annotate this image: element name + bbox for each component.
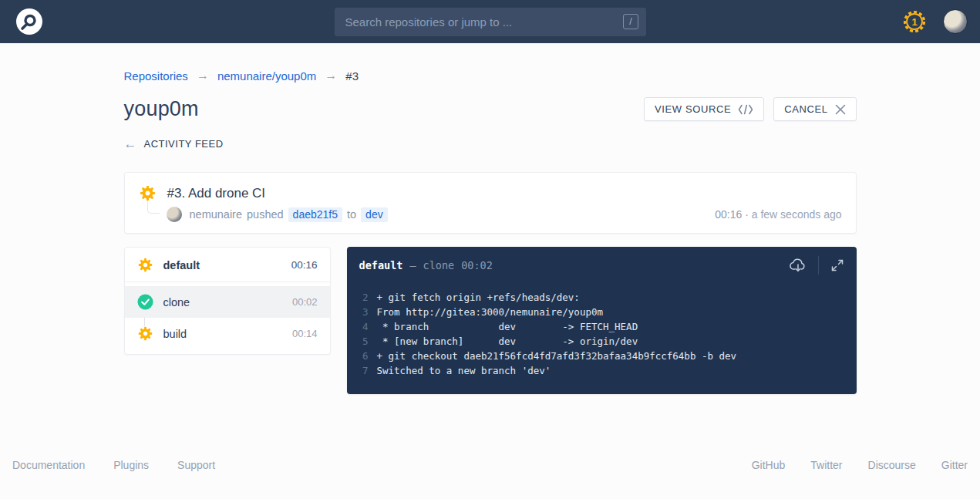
- console-header: default — clone 00:02: [347, 247, 857, 283]
- code-icon: [738, 104, 753, 115]
- global-search: /: [335, 8, 646, 36]
- fullscreen-icon[interactable]: [829, 257, 846, 274]
- main-content: Repositories → nemunaire/youp0m → #3 you…: [124, 43, 857, 394]
- log-line: 2 + git fetch origin +refs/heads/dev:: [359, 290, 844, 305]
- breadcrumb: Repositories → nemunaire/youp0m → #3: [124, 69, 857, 83]
- footer-link-twitter[interactable]: Twitter: [810, 459, 842, 471]
- stage-duration: 00:16: [291, 259, 318, 271]
- console-dash: —: [409, 259, 416, 271]
- activity-feed-link[interactable]: ← ACTIVITY FEED: [124, 137, 857, 150]
- console-log[interactable]: 2 + git fetch origin +refs/heads/dev: 3 …: [347, 283, 857, 394]
- footer-link-plugins[interactable]: Plugins: [113, 459, 149, 471]
- stage-steps-panel: default 00:16 clone 00:02: [124, 247, 331, 355]
- footer-link-support[interactable]: Support: [177, 459, 215, 471]
- step-row-build[interactable]: build 00:14: [125, 318, 330, 349]
- running-builds-badge[interactable]: 1: [901, 8, 928, 35]
- console-step-duration: 00:02: [461, 259, 493, 271]
- connector-elbow: [147, 201, 160, 214]
- close-icon: [835, 104, 846, 115]
- breadcrumb-repo-link[interactable]: nemunaire/youp0m: [217, 69, 316, 83]
- stage-header[interactable]: default 00:16: [125, 248, 330, 282]
- console-actions: [788, 256, 846, 275]
- log-line: 3 From http://gitea:3000/nemunaire/youp0…: [359, 305, 844, 319]
- build-title: #3. Add drone CI: [167, 186, 266, 201]
- build-action: pushed: [247, 208, 284, 221]
- console-panel: default — clone 00:02: [347, 247, 857, 394]
- footer-link-documentation[interactable]: Documentation: [12, 459, 85, 471]
- running-gear-icon: [139, 184, 157, 202]
- build-author: nemunaire: [190, 208, 243, 221]
- page-title: youp0m: [124, 97, 199, 121]
- running-gear-icon: [137, 325, 153, 342]
- console-stage-name: default: [359, 259, 403, 271]
- console-actions-divider: [818, 256, 819, 275]
- log-line: 4 * branch dev -> FETCH_HEAD: [359, 319, 844, 334]
- top-navbar: / 1: [0, 0, 980, 43]
- footer: Documentation Plugins Support GitHub Twi…: [0, 459, 980, 471]
- log-line: 5 * [new branch] dev -> origin/dev: [359, 334, 844, 349]
- navbar-right: 1: [901, 8, 968, 35]
- commit-sha-chip[interactable]: daeb21f5: [288, 207, 342, 222]
- step-row-clone[interactable]: clone 00:02: [125, 286, 330, 318]
- breadcrumb-separator: →: [325, 69, 337, 83]
- running-gear-icon: [137, 257, 153, 273]
- build-summary-card[interactable]: #3. Add drone CI nemunaire pushed daeb21…: [124, 172, 857, 234]
- log-line: 6 + git checkout daeb21f56fcd4fd7afd3f32…: [359, 349, 844, 363]
- steps-list: clone 00:02 build: [125, 282, 330, 354]
- footer-link-discourse[interactable]: Discourse: [868, 459, 916, 471]
- breadcrumb-separator: →: [197, 69, 209, 83]
- download-log-icon[interactable]: [788, 256, 808, 275]
- footer-link-github[interactable]: GitHub: [752, 459, 786, 471]
- search-input[interactable]: [345, 15, 624, 29]
- user-avatar[interactable]: [943, 9, 968, 34]
- author-avatar: [167, 207, 182, 222]
- build-time: 00:16 · a few seconds ago: [715, 208, 841, 221]
- console-step-name: clone: [423, 259, 455, 271]
- stage-name: default: [163, 259, 200, 271]
- log-line: 7 Switched to a new branch 'dev': [359, 363, 844, 378]
- header-actions: VIEW SOURCE CANCEL: [644, 97, 856, 121]
- branch-chip[interactable]: dev: [361, 207, 388, 222]
- to-word: to: [347, 208, 356, 221]
- slash-shortcut-key: /: [623, 14, 638, 29]
- back-arrow-icon: ←: [124, 137, 137, 150]
- breadcrumb-build-number: #3: [345, 69, 359, 83]
- drone-logo-icon[interactable]: [15, 8, 43, 35]
- footer-link-gitter[interactable]: Gitter: [941, 459, 968, 471]
- cancel-button[interactable]: CANCEL: [773, 97, 856, 121]
- breadcrumb-repositories-link[interactable]: Repositories: [124, 69, 188, 83]
- success-check-icon: [137, 294, 153, 310]
- view-source-button[interactable]: VIEW SOURCE: [644, 97, 764, 121]
